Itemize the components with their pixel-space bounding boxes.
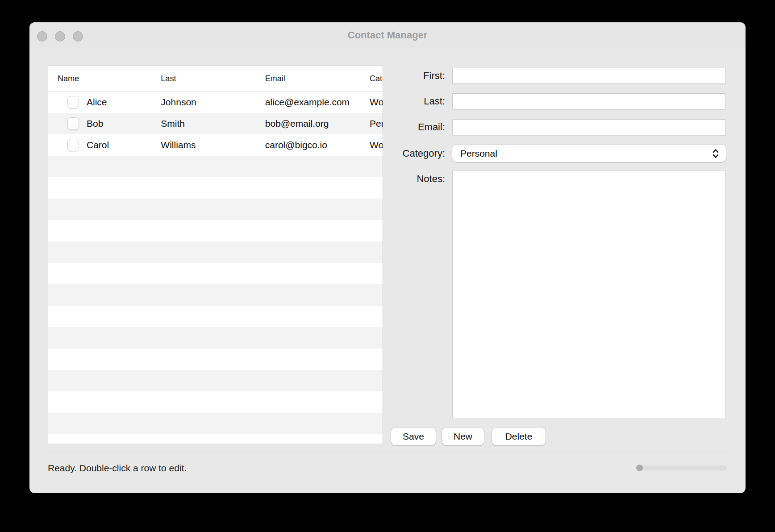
category-select[interactable]: Personal — [452, 145, 726, 162]
empty-table-row[interactable] — [48, 284, 383, 306]
statusbar-divider — [48, 452, 726, 452]
titlebar[interactable]: Contact Manager — [29, 22, 746, 48]
table-row[interactable]: Bob Smith bob@email.org Personal — [48, 113, 383, 134]
empty-table-row[interactable] — [48, 177, 383, 199]
cell-first-name: Carol — [87, 140, 109, 150]
empty-table-row[interactable] — [48, 220, 383, 241]
cell-first-name: Alice — [87, 97, 107, 108]
cell-email: bob@email.org — [265, 118, 329, 129]
category-label: Category: — [338, 145, 445, 162]
empty-table-row[interactable] — [48, 413, 383, 434]
slider-knob[interactable] — [636, 465, 643, 471]
empty-table-row[interactable] — [48, 241, 383, 263]
cell-last-name: Smith — [161, 118, 185, 129]
empty-table-row[interactable] — [48, 156, 383, 177]
notes-label: Notes: — [338, 173, 445, 185]
cell-last-name: Johnson — [161, 97, 196, 108]
empty-table-row[interactable] — [48, 434, 383, 444]
email-input[interactable] — [452, 119, 726, 135]
row-checkbox[interactable] — [67, 139, 79, 151]
table-header: Name Last Email Category — [48, 66, 383, 91]
first-label: First: — [338, 68, 445, 84]
category-selected-value: Personal — [460, 148, 497, 159]
cell-first-name: Bob — [87, 118, 103, 129]
row-checkbox[interactable] — [67, 96, 79, 108]
empty-table-row[interactable] — [48, 349, 383, 370]
empty-table-row[interactable] — [48, 263, 383, 284]
column-divider — [256, 72, 256, 86]
app-window: Contact Manager Name Last Email Category… — [29, 22, 746, 493]
cell-last-name: Williams — [161, 140, 196, 150]
status-message: Ready. Double-click a row to edit. — [48, 463, 187, 474]
last-label: Last: — [338, 93, 445, 109]
column-header-name[interactable]: Name — [48, 74, 151, 83]
delete-button[interactable]: Delete — [492, 428, 546, 445]
empty-table-row[interactable] — [48, 370, 383, 391]
empty-table-row[interactable] — [48, 306, 383, 327]
cell-email: alice@example.com — [265, 97, 350, 108]
row-checkbox[interactable] — [67, 117, 79, 130]
cell-email: carol@bigco.io — [265, 140, 327, 150]
new-button[interactable]: New — [442, 428, 484, 445]
chevron-up-down-icon — [711, 148, 720, 159]
column-header-last[interactable]: Last — [151, 74, 255, 83]
first-input[interactable] — [452, 68, 726, 84]
empty-table-row[interactable] — [48, 391, 383, 413]
empty-table-row[interactable] — [48, 199, 383, 220]
contacts-table: Name Last Email Category Alice Johnson a… — [48, 66, 383, 444]
table-row[interactable]: Carol Williams carol@bigco.io Work — [48, 134, 383, 156]
column-divider — [152, 72, 152, 86]
window-title: Contact Manager — [29, 22, 746, 48]
slider[interactable] — [637, 466, 727, 470]
last-input[interactable] — [452, 93, 726, 109]
empty-table-row[interactable] — [48, 327, 383, 349]
email-label: Email: — [338, 119, 445, 135]
notes-textarea[interactable] — [452, 170, 726, 418]
table-body: Alice Johnson alice@example.com Work Bob… — [48, 91, 383, 444]
table-row[interactable]: Alice Johnson alice@example.com Work — [48, 91, 383, 113]
save-button[interactable]: Save — [391, 428, 436, 445]
